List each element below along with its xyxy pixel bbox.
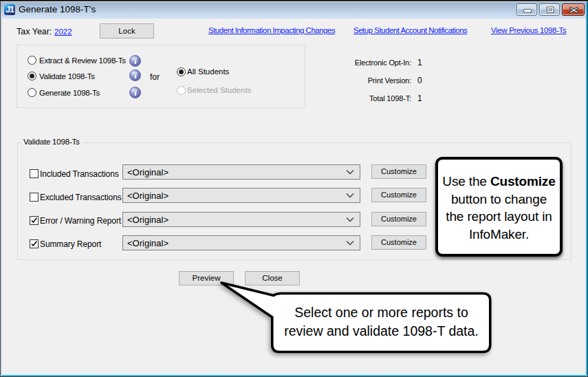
svg-text:i: i	[134, 70, 137, 80]
svg-text:i: i	[134, 56, 137, 66]
svg-text:i: i	[134, 87, 137, 98]
